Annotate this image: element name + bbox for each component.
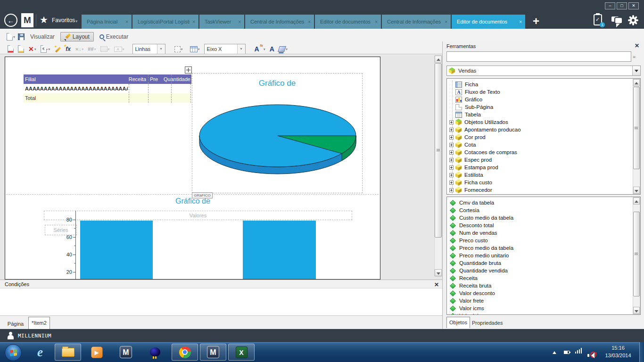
field-item[interactable]: Quantidade vendida <box>447 267 640 274</box>
search-more-icon[interactable]: » <box>633 54 636 59</box>
save-icon[interactable] <box>18 33 25 40</box>
taskbar-millennium-open-icon[interactable]: M <box>200 344 226 361</box>
document-page[interactable]: Filial Receita Pre Quantidade AAAAAAAAAA… <box>5 57 380 280</box>
panel-close-icon[interactable]: ✕ <box>635 42 639 49</box>
condicoes-body[interactable] <box>0 288 442 315</box>
show-desktop-button[interactable] <box>639 342 644 362</box>
search-input[interactable] <box>446 51 631 62</box>
expand-icon[interactable] <box>449 120 454 124</box>
taskbar-internet-explorer-icon[interactable]: e <box>30 344 50 361</box>
layout-button[interactable]: Layout <box>60 32 94 41</box>
scrollbar-thumb[interactable] <box>633 87 640 169</box>
tab-objetos[interactable]: Objetos <box>446 317 470 328</box>
tree-item-cotacoes[interactable]: Cotacoes de compras <box>447 148 640 156</box>
insert-page-icon[interactable] <box>8 45 14 53</box>
field-item[interactable]: Preco medio da tabela <box>447 244 640 252</box>
table-tool-icon[interactable]: ▾ <box>190 46 200 52</box>
tab-editor-documentos-active[interactable]: Editor de documentos× <box>452 15 525 29</box>
field-item[interactable]: Custo medio da tabela <box>447 214 640 222</box>
category-select[interactable]: Vendas <box>446 66 641 76</box>
expand-icon[interactable] <box>449 188 454 192</box>
tab-taskviewer[interactable]: TaskViewer× <box>199 15 244 29</box>
table-header-row[interactable]: Filial Receita Pre Quantidade <box>24 74 191 84</box>
linhas-select[interactable]: Linhas▾ <box>132 44 165 54</box>
taskbar-media-player-icon[interactable]: ▶ <box>87 344 107 361</box>
battery-icon[interactable] <box>564 351 570 354</box>
field-item[interactable]: Preco custo <box>447 237 640 244</box>
expand-icon[interactable] <box>449 165 454 170</box>
series-placeholder[interactable]: Séries <box>45 225 77 235</box>
tab-item2[interactable]: *Item2 <box>28 317 50 329</box>
settings-gear-icon[interactable] <box>627 15 639 26</box>
numbering-icon[interactable]: ##▾ <box>88 46 96 52</box>
scroll-down-button[interactable] <box>435 269 442 276</box>
magic-wand-icon[interactable] <box>54 46 61 53</box>
tree-item-cor-prod[interactable]: Cor prod <box>447 133 640 141</box>
table-total-row[interactable]: Total <box>24 93 191 103</box>
font-color-icon[interactable]: A <box>270 45 274 53</box>
taskbar-chrome-icon[interactable] <box>172 344 198 361</box>
tab-close-icon[interactable]: × <box>238 19 241 25</box>
new-tab-button[interactable]: + <box>533 15 539 27</box>
tab-close-icon[interactable]: × <box>308 19 311 25</box>
scroll-down-button[interactable] <box>633 307 640 314</box>
tree-item-objetos-utilizados[interactable]: Objetos Utilizados <box>447 118 640 126</box>
page-icon[interactable] <box>18 45 24 53</box>
expand-icon[interactable] <box>449 158 454 162</box>
pie-chart[interactable] <box>192 74 363 194</box>
taskbar-messenger-icon[interactable] <box>145 344 165 361</box>
tree-item-apontamento[interactable]: Apontamento producao <box>447 126 640 133</box>
fill-ink-icon[interactable]: ▾ <box>279 46 288 52</box>
favorites-chevron-down-icon[interactable]: ▾ <box>75 19 78 24</box>
field-item[interactable]: Valor desconto <box>447 289 640 297</box>
tree-item-fornecedores[interactable]: Fornecedores <box>447 194 640 195</box>
tab-close-icon[interactable]: × <box>125 19 128 25</box>
taskbar-millennium-icon[interactable]: M <box>116 344 136 361</box>
field-item[interactable]: Quantidade bruta <box>447 259 640 267</box>
tree-item-ficha-custo[interactable]: Ficha custo <box>447 179 640 186</box>
move-handle-icon[interactable] <box>185 66 192 74</box>
tab-close-icon[interactable]: × <box>192 19 195 25</box>
sort-icon[interactable]: ✕↓▾ <box>75 47 83 52</box>
field-item[interactable]: Receita <box>447 274 640 282</box>
tray-show-hidden-icon[interactable] <box>553 351 556 354</box>
visualizar-button[interactable]: Visualizar <box>27 32 58 41</box>
dotted-frame-icon[interactable]: ▾ <box>174 46 183 52</box>
tree-item-grafico[interactable]: Gráfico <box>447 96 640 103</box>
expand-icon[interactable] <box>449 173 454 177</box>
bar-series-2[interactable] <box>243 221 316 279</box>
taskbar-windows-explorer-icon[interactable] <box>55 344 81 361</box>
scroll-down-button[interactable] <box>633 187 640 194</box>
tab-close-icon[interactable]: × <box>375 19 378 25</box>
expand-icon[interactable] <box>449 181 454 185</box>
expand-icon[interactable] <box>449 128 454 132</box>
tab-logistica[interactable]: Logística\Portal Logística× <box>132 15 198 29</box>
tree-item-tabela[interactable]: Tabela <box>447 111 640 118</box>
rich-text-icon[interactable]: ▾ <box>100 46 110 52</box>
tab-editor-documentos-1[interactable]: Editor de documentos× <box>315 15 381 29</box>
scrollbar-thumb[interactable] <box>435 63 442 238</box>
volume-muted-icon[interactable] <box>587 351 596 360</box>
tab-propriedades[interactable]: Propriedades <box>472 318 508 328</box>
scroll-up-button[interactable] <box>633 79 640 86</box>
field-item[interactable]: Valor ipi <box>447 312 640 315</box>
chat-icon[interactable] <box>611 16 619 22</box>
grafico-tag[interactable]: GRáFICO <box>192 192 213 198</box>
tab-central-informacoes-1[interactable]: Central de Informações× <box>245 15 314 29</box>
new-document-icon[interactable]: ▾ <box>7 33 15 41</box>
field-item[interactable]: Valor icms <box>447 304 640 312</box>
canvas-scrollbar[interactable] <box>434 55 442 277</box>
field-item[interactable]: Num de vendas <box>447 229 640 237</box>
millennium-logo[interactable]: M <box>21 13 33 27</box>
delete-icon[interactable]: ✕▾ <box>28 45 36 53</box>
expand-icon[interactable] <box>449 135 454 140</box>
maximize-button[interactable]: □ <box>617 2 627 9</box>
pie-chart-frame[interactable]: Gráfico de <box>192 73 363 193</box>
tree-item-estampa-prod[interactable]: Estampa prod <box>447 164 640 171</box>
eixo-select[interactable]: Eixo X▾ <box>204 44 246 54</box>
table-row[interactable]: AAAAAAAAAAAAAAAAAAAAAAAAAAAAAAAAA <box>24 84 191 93</box>
field-item[interactable]: Desconto total <box>447 222 640 229</box>
minimize-button[interactable]: – <box>605 2 615 9</box>
tree-item-fornecedor[interactable]: Fornecedor <box>447 186 640 194</box>
tree-item-subpagina[interactable]: Sub-Página <box>447 103 640 111</box>
